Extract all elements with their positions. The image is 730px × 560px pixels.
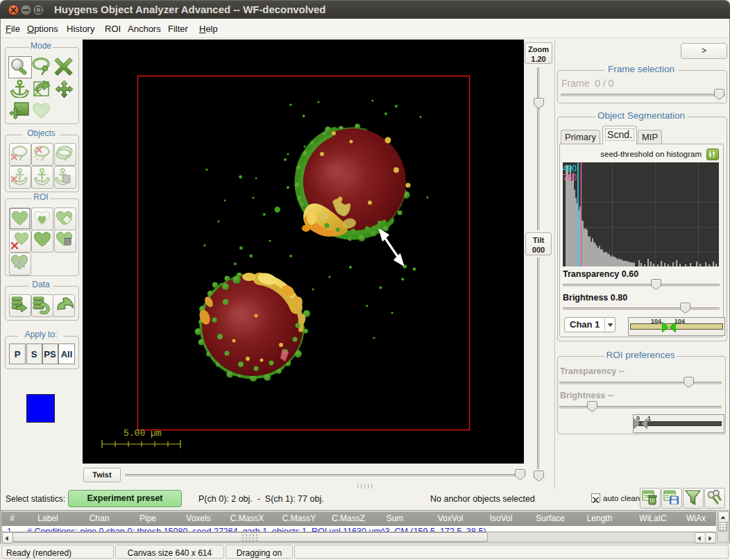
svg-text:760: 760 [563, 173, 577, 183]
svg-text:490: 490 [563, 164, 577, 173]
svg-text:5.00 µm: 5.00 µm [124, 428, 162, 439]
